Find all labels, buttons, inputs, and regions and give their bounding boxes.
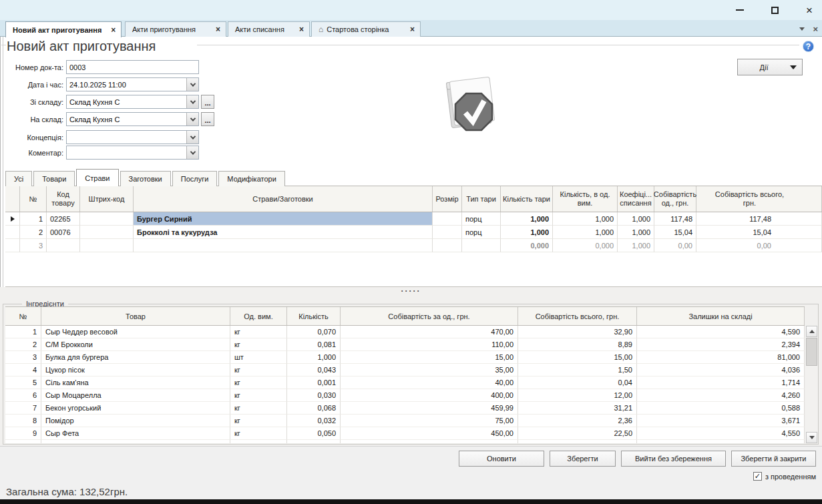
refresh-button[interactable]: Оновити bbox=[459, 451, 544, 467]
to-store-ellipsis-button[interactable]: ... bbox=[201, 112, 214, 126]
cell-total-cost[interactable]: 117,48 bbox=[696, 212, 822, 226]
column-header[interactable]: Кількість тари bbox=[501, 186, 553, 212]
cell-product[interactable]: Булка для бургера bbox=[41, 351, 230, 364]
column-header[interactable]: Од. вим. bbox=[230, 307, 287, 325]
cell-qty[interactable]: 1,000 bbox=[553, 226, 618, 239]
actions-button[interactable]: Дії bbox=[737, 59, 803, 75]
ingredient-row[interactable]: 10 Масло вершкове кг 0,005 45,98 0,23 0,… bbox=[5, 440, 805, 443]
column-header[interactable]: Код товару bbox=[47, 186, 80, 212]
cell-product[interactable]: Цукор пісок bbox=[41, 364, 230, 376]
cell-unit-cost[interactable]: 450,00 bbox=[341, 427, 518, 440]
tab-close-icon[interactable]: × bbox=[216, 25, 220, 33]
to-store-combobox[interactable] bbox=[66, 112, 199, 126]
column-header[interactable]: Страви/Заготовки bbox=[134, 186, 433, 212]
ingredient-row[interactable]: 1 Сыр Чеддер весовой кг 0,070 470,00 32,… bbox=[5, 326, 805, 338]
cell-total-cost[interactable]: 31,21 bbox=[518, 402, 637, 415]
cell-product[interactable]: Сіль кам'яна bbox=[41, 376, 230, 389]
cell-num[interactable]: 8 bbox=[5, 415, 41, 427]
cell-size[interactable] bbox=[433, 226, 462, 239]
exit-without-saving-button[interactable]: Вийти без збереження bbox=[621, 451, 726, 467]
ingredient-row[interactable]: 8 Помідор кг 0,032 75,00 2,36 3,671 bbox=[5, 415, 805, 427]
save-button[interactable]: Зберегти bbox=[550, 451, 616, 467]
cell-total-cost[interactable]: 1,50 bbox=[518, 364, 637, 376]
cell-code[interactable]: 02265 bbox=[47, 212, 80, 226]
cell-num[interactable]: 7 bbox=[5, 402, 41, 415]
cell-stock[interactable]: 81,000 bbox=[637, 351, 805, 364]
cell-unit-cost[interactable]: 0,00 bbox=[654, 239, 696, 252]
doc-number-input[interactable] bbox=[66, 60, 199, 74]
from-store-ellipsis-button[interactable]: ... bbox=[201, 95, 214, 109]
column-header[interactable]: Розмір bbox=[433, 186, 462, 212]
chevron-down-icon[interactable] bbox=[186, 78, 198, 91]
cell-product[interactable]: Сыр Фета bbox=[41, 427, 230, 440]
cell-num[interactable]: 3 bbox=[20, 239, 47, 252]
row-selector-cell[interactable] bbox=[5, 212, 20, 226]
column-header[interactable]: Собівартість всього, грн. bbox=[518, 307, 637, 325]
comment-input[interactable] bbox=[67, 146, 186, 159]
cell-product[interactable]: Сыр Чеддер весовой bbox=[41, 326, 230, 338]
tab-close-icon[interactable]: × bbox=[410, 25, 415, 33]
column-header[interactable]: Тип тари bbox=[462, 186, 501, 212]
category-tab-modifiers[interactable]: Модифікатори bbox=[218, 171, 284, 186]
cell-total-cost[interactable]: 2,36 bbox=[518, 415, 637, 427]
cell-stock[interactable]: 4,036 bbox=[637, 364, 805, 376]
cell-total-cost[interactable]: 0,00 bbox=[696, 239, 822, 252]
cell-num[interactable]: 1 bbox=[20, 212, 47, 226]
cell-unit-cost[interactable]: 400,00 bbox=[341, 389, 518, 402]
category-tab-all[interactable]: Усі bbox=[5, 171, 32, 186]
to-store-input[interactable] bbox=[67, 113, 186, 125]
tab-close-icon[interactable]: × bbox=[299, 25, 304, 33]
cell-unit-cost[interactable]: 45,98 bbox=[341, 440, 518, 443]
ingredient-row[interactable]: 5 Сіль кам'яна кг 0,001 40,00 0,04 1,714 bbox=[5, 376, 805, 389]
cell-unit[interactable]: кг bbox=[230, 389, 287, 402]
cell-total-cost[interactable]: 32,90 bbox=[518, 326, 637, 338]
cell-qty[interactable]: 0,081 bbox=[287, 338, 341, 351]
cell-unit-cost[interactable]: 35,00 bbox=[341, 364, 518, 376]
tab-list-dropdown-icon[interactable] bbox=[799, 27, 805, 31]
cell-total-cost[interactable]: 12,00 bbox=[518, 389, 637, 402]
cell-num[interactable]: 10 bbox=[5, 440, 41, 443]
chevron-down-icon[interactable] bbox=[186, 131, 198, 144]
row-selector-cell[interactable] bbox=[5, 226, 20, 239]
cell-qty[interactable]: 0,000 bbox=[553, 239, 618, 252]
cell-name[interactable] bbox=[134, 239, 433, 252]
chevron-down-icon[interactable] bbox=[186, 113, 198, 125]
cell-name[interactable]: Брокколі та кукурудза bbox=[134, 226, 433, 239]
column-header[interactable]: Коефіці... списання bbox=[618, 186, 654, 212]
cell-total-cost[interactable]: 0,23 bbox=[518, 440, 637, 443]
cell-unit[interactable]: кг bbox=[230, 415, 287, 427]
scrollbar-thumb[interactable] bbox=[806, 338, 817, 366]
ingredient-row[interactable]: 6 Сыр Моцарелла кг 0,030 400,00 12,00 4,… bbox=[5, 389, 805, 402]
cell-unit-cost[interactable]: 459,99 bbox=[341, 402, 518, 415]
cell-unit-cost[interactable]: 75,00 bbox=[341, 415, 518, 427]
cell-qty[interactable]: 1,000 bbox=[553, 212, 618, 226]
column-header[interactable]: Товар bbox=[41, 307, 230, 325]
cell-coef[interactable]: 1,000 bbox=[618, 212, 654, 226]
save-and-close-button[interactable]: Зберегти й закрити bbox=[731, 451, 816, 467]
datetime-combobox[interactable] bbox=[66, 77, 199, 91]
scroll-down-button[interactable] bbox=[806, 432, 817, 443]
scroll-up-button[interactable] bbox=[806, 326, 817, 337]
cell-stock[interactable]: 3,671 bbox=[637, 415, 805, 427]
cell-unit[interactable]: кг bbox=[230, 364, 287, 376]
ingredient-row[interactable]: 3 Булка для бургера шт 1,000 15,00 15,00… bbox=[5, 351, 805, 364]
column-header[interactable]: Собівартість од., грн. bbox=[654, 186, 696, 212]
column-header[interactable]: Штрих-код bbox=[80, 186, 134, 212]
cell-unit[interactable]: кг bbox=[230, 402, 287, 415]
tab-new-preparation-act[interactable]: Новий акт приготування × bbox=[5, 21, 122, 37]
cell-barcode[interactable] bbox=[80, 239, 134, 252]
ingredients-scrollbar[interactable] bbox=[806, 326, 817, 443]
cell-qty[interactable]: 0,001 bbox=[287, 376, 341, 389]
cell-num[interactable]: 5 bbox=[5, 376, 41, 389]
datetime-input[interactable] bbox=[67, 78, 186, 91]
cell-container[interactable]: порц bbox=[462, 212, 501, 226]
maximize-icon[interactable] bbox=[767, 3, 782, 17]
cell-code[interactable] bbox=[47, 239, 80, 252]
cell-qty[interactable]: 1,000 bbox=[287, 351, 341, 364]
cell-num[interactable]: 2 bbox=[5, 338, 41, 351]
category-tab-preparations[interactable]: Заготовки bbox=[120, 171, 171, 186]
category-tab-dishes[interactable]: Страви bbox=[76, 169, 118, 186]
cell-total-cost[interactable]: 22,50 bbox=[518, 427, 637, 440]
item-row[interactable]: 2 00076 Брокколі та кукурудза порц 1,000… bbox=[5, 226, 822, 239]
tabbar-close-icon[interactable]: × bbox=[813, 25, 818, 33]
